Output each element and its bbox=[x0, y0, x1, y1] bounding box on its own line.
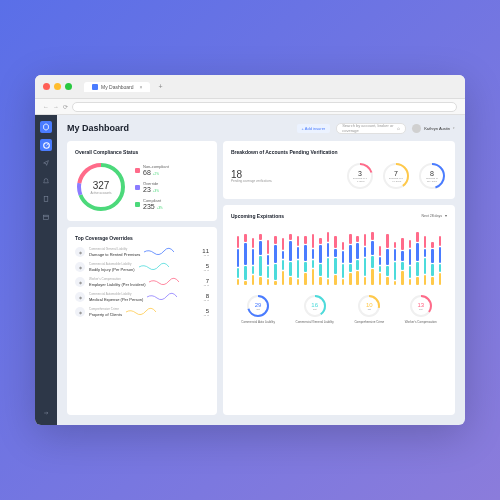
bar-segment bbox=[237, 279, 240, 285]
bar-segment bbox=[334, 236, 337, 248]
override-item[interactable]: ◆ Commercial General Liability Damage to… bbox=[75, 247, 209, 257]
add-insurer-button[interactable]: + Add insurer bbox=[297, 124, 331, 133]
bar-segment bbox=[259, 241, 262, 255]
sidebar-documents[interactable] bbox=[40, 193, 52, 205]
bar-segment bbox=[252, 275, 255, 285]
bar-segment bbox=[267, 279, 270, 285]
bar-column bbox=[302, 236, 308, 285]
bar-segment bbox=[289, 277, 292, 285]
sidebar-collapse[interactable] bbox=[40, 407, 52, 419]
bar-segment bbox=[237, 236, 240, 248]
sparkline bbox=[147, 292, 177, 302]
bar-column bbox=[257, 234, 263, 285]
bar-segment bbox=[289, 241, 292, 261]
bar-segment bbox=[244, 234, 247, 242]
override-item[interactable]: ◆ Worker's Compensation Employer Liabili… bbox=[75, 277, 209, 287]
close-window-button[interactable] bbox=[43, 83, 50, 90]
user-name: Kathryn Austin bbox=[424, 126, 450, 131]
bar-segment bbox=[371, 269, 374, 285]
ring-value: 8 bbox=[425, 170, 440, 177]
browser-tab[interactable]: My Dashboard × bbox=[84, 82, 150, 92]
bar-segment bbox=[401, 251, 404, 261]
bar-segment bbox=[386, 249, 389, 265]
sidebar-notifications[interactable] bbox=[40, 175, 52, 187]
bar-segment bbox=[259, 234, 262, 240]
sparkline bbox=[126, 307, 156, 317]
ring-label: Expiring in 8 - 14 days bbox=[389, 177, 404, 183]
override-item[interactable]: ◆ Commercial Automobile Liability Medica… bbox=[75, 292, 209, 302]
back-button[interactable]: ← bbox=[43, 104, 49, 110]
sidebar-send[interactable] bbox=[40, 157, 52, 169]
bar-segment bbox=[282, 251, 285, 259]
expirations-card: Upcoming Expirations Next 28 days ▾ 29 bbox=[223, 205, 455, 415]
breakdown-ring: 3 Expiring in 1 - 7 days bbox=[345, 161, 375, 191]
bar-segment bbox=[394, 262, 397, 280]
bar-segment bbox=[244, 243, 247, 265]
maximize-window-button[interactable] bbox=[65, 83, 72, 90]
tab-close-icon[interactable]: × bbox=[140, 84, 143, 90]
new-tab-button[interactable]: + bbox=[158, 83, 162, 90]
legend-pct: +2% bbox=[153, 172, 159, 176]
bar-segment bbox=[424, 275, 427, 285]
user-menu[interactable]: Kathryn Austin ▾ bbox=[412, 124, 455, 133]
bar-segment bbox=[334, 275, 337, 285]
forward-button[interactable]: → bbox=[53, 104, 59, 110]
override-item[interactable]: ◆ Commercial Automobile Liability Bodily… bbox=[75, 262, 209, 272]
bar-segment bbox=[274, 236, 277, 244]
bar-segment bbox=[424, 236, 427, 248]
bar-column bbox=[332, 236, 338, 285]
reload-button[interactable]: ⟳ bbox=[63, 103, 68, 110]
page-title: My Dashboard bbox=[67, 123, 129, 133]
browser-window: My Dashboard × + ← → ⟳ bbox=[35, 75, 465, 425]
bar-segment bbox=[252, 238, 255, 248]
ring-value: 7 bbox=[389, 170, 404, 177]
ring-label: Commercial Auto Liability bbox=[241, 321, 275, 325]
ring-unit: left bbox=[255, 308, 262, 311]
bar-column bbox=[242, 234, 248, 285]
override-name: Medical Expense (Per Person) bbox=[89, 297, 143, 302]
bar-segment bbox=[431, 249, 434, 263]
bar-column bbox=[430, 242, 436, 285]
minimize-window-button[interactable] bbox=[54, 83, 61, 90]
override-name: Employer Liability (Per Incident) bbox=[89, 282, 145, 287]
avatar bbox=[412, 124, 421, 133]
bar-segment bbox=[401, 271, 404, 285]
bar-segment bbox=[379, 266, 382, 272]
legend-item: Override 23 +3% bbox=[135, 181, 209, 193]
override-name: Property of Clients bbox=[89, 312, 122, 317]
bar-segment bbox=[349, 234, 352, 244]
chevron-down-icon: ▾ bbox=[445, 214, 447, 218]
sidebar-dashboard[interactable] bbox=[40, 139, 52, 151]
expirations-filter[interactable]: Next 28 days ▾ bbox=[422, 214, 447, 218]
override-sub: 13 at bbox=[203, 314, 209, 317]
expiration-ring-item: 29 left Commercial Auto Liability bbox=[241, 293, 275, 325]
ring-unit: left bbox=[366, 308, 373, 311]
bar-segment bbox=[342, 242, 345, 250]
ring-label: Expiring in 15+ days bbox=[425, 177, 440, 183]
sidebar bbox=[35, 115, 57, 425]
ring-value: 3 bbox=[353, 170, 368, 177]
bar-segment bbox=[394, 249, 397, 261]
override-item[interactable]: ◆ Comprehensive Crime Property of Client… bbox=[75, 307, 209, 317]
bar-segment bbox=[327, 279, 330, 285]
bar-segment bbox=[312, 269, 315, 285]
sidebar-calendar[interactable] bbox=[40, 211, 52, 223]
search-input[interactable]: Search by account, broker or coverage ⌕ bbox=[336, 123, 406, 134]
bar-column bbox=[325, 232, 331, 285]
bar-segment bbox=[312, 234, 315, 248]
bar-segment bbox=[259, 256, 262, 276]
app-logo[interactable] bbox=[40, 121, 52, 133]
bar-segment bbox=[334, 249, 337, 257]
ring-unit: left bbox=[417, 308, 424, 311]
bar-segment bbox=[356, 236, 359, 242]
expirations-title: Upcoming Expirations bbox=[231, 213, 284, 219]
bar-column bbox=[415, 232, 421, 285]
bar-column bbox=[437, 236, 443, 285]
override-sub: 13 at bbox=[203, 284, 209, 287]
override-category: Comprehensive Crime bbox=[89, 307, 122, 311]
overrides-card: Top Coverage Overrides ◆ Commercial Gene… bbox=[67, 227, 217, 415]
ring-label: Expiring in 1 - 7 days bbox=[353, 177, 368, 183]
url-input[interactable] bbox=[72, 102, 457, 112]
bar-column bbox=[422, 236, 428, 285]
bar-column bbox=[355, 236, 361, 285]
